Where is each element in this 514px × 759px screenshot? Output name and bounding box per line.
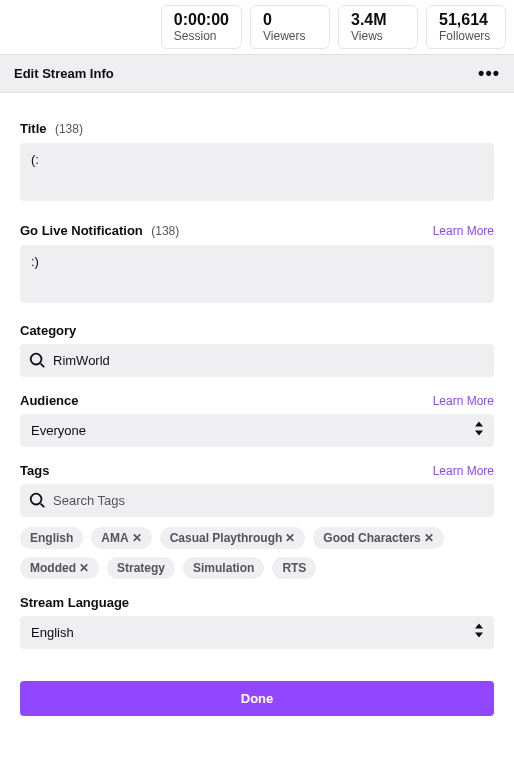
panel-body: Title (138) Go Live Notification (138) L…: [0, 93, 514, 736]
category-section: Category: [20, 323, 494, 377]
tag-pill[interactable]: RTS: [272, 557, 316, 579]
stat-label: Views: [351, 29, 405, 43]
close-icon[interactable]: ✕: [132, 531, 142, 545]
tag-pill[interactable]: Good Characters✕: [313, 527, 443, 549]
tag-text: RTS: [282, 561, 306, 575]
tags-section: Tags Learn More EnglishAMA✕Casual Playth…: [20, 463, 494, 579]
stat-session: 0:00:00 Session: [161, 5, 242, 49]
tag-pill[interactable]: Simulation: [183, 557, 264, 579]
svg-line-3: [41, 504, 45, 508]
tags-row: EnglishAMA✕Casual Playthrough✕Good Chara…: [20, 527, 494, 579]
title-count: (138): [55, 122, 83, 136]
category-input[interactable]: [20, 344, 494, 377]
tag-pill[interactable]: Casual Playthrough✕: [160, 527, 306, 549]
notification-section: Go Live Notification (138) Learn More: [20, 221, 494, 307]
notification-label: Go Live Notification: [20, 223, 143, 238]
svg-point-0: [31, 354, 42, 365]
notification-count: (138): [151, 224, 179, 238]
tag-text: AMA: [101, 531, 128, 545]
stat-value: 0: [263, 10, 317, 29]
tag-pill[interactable]: Strategy: [107, 557, 175, 579]
tags-label: Tags: [20, 463, 49, 478]
stat-label: Followers: [439, 29, 493, 43]
tag-text: Modded: [30, 561, 76, 575]
audience-label: Audience: [20, 393, 79, 408]
svg-line-1: [41, 364, 45, 368]
language-label: Stream Language: [20, 595, 129, 610]
notification-learn-more-link[interactable]: Learn More: [433, 224, 494, 238]
close-icon[interactable]: ✕: [79, 561, 89, 575]
stat-value: 51,614: [439, 10, 493, 29]
tag-pill[interactable]: English: [20, 527, 83, 549]
done-button[interactable]: Done: [20, 681, 494, 716]
tag-text: English: [30, 531, 73, 545]
tag-text: Simulation: [193, 561, 254, 575]
close-icon[interactable]: ✕: [424, 531, 434, 545]
tags-search-input[interactable]: [20, 484, 494, 517]
tag-text: Casual Playthrough: [170, 531, 283, 545]
language-select[interactable]: English: [20, 616, 494, 649]
more-icon[interactable]: •••: [478, 63, 500, 84]
svg-point-2: [31, 494, 42, 505]
tags-learn-more-link[interactable]: Learn More: [433, 464, 494, 478]
audience-select[interactable]: Everyone: [20, 414, 494, 447]
panel-header: Edit Stream Info •••: [0, 54, 514, 93]
stat-views: 3.4M Views: [338, 5, 418, 49]
stat-value: 3.4M: [351, 10, 405, 29]
stat-followers: 51,614 Followers: [426, 5, 506, 49]
language-section: Stream Language English: [20, 595, 494, 649]
tag-pill[interactable]: Modded✕: [20, 557, 99, 579]
stat-viewers: 0 Viewers: [250, 5, 330, 49]
audience-learn-more-link[interactable]: Learn More: [433, 394, 494, 408]
search-icon: [28, 491, 46, 509]
stat-label: Viewers: [263, 29, 317, 43]
title-input[interactable]: [20, 143, 494, 201]
title-label: Title: [20, 121, 47, 136]
audience-section: Audience Learn More Everyone: [20, 393, 494, 447]
panel-title: Edit Stream Info: [14, 66, 114, 81]
close-icon[interactable]: ✕: [285, 531, 295, 545]
stat-value: 0:00:00: [174, 10, 229, 29]
tag-pill[interactable]: AMA✕: [91, 527, 151, 549]
category-label: Category: [20, 323, 76, 338]
search-icon: [28, 351, 46, 369]
tag-text: Strategy: [117, 561, 165, 575]
title-section: Title (138): [20, 119, 494, 205]
stat-label: Session: [174, 29, 229, 43]
stats-bar: 0:00:00 Session 0 Viewers 3.4M Views 51,…: [0, 0, 514, 54]
tag-text: Good Characters: [323, 531, 420, 545]
notification-input[interactable]: [20, 245, 494, 303]
